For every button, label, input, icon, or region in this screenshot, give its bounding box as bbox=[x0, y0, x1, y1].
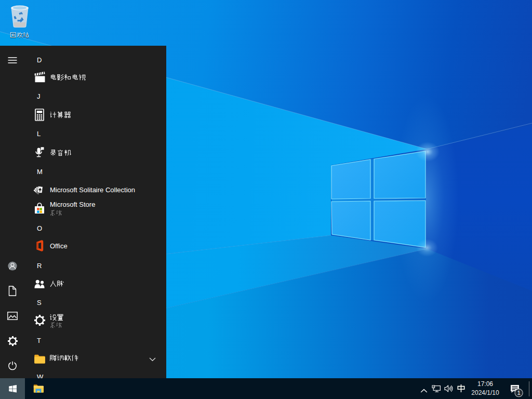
svg-text:1: 1 bbox=[517, 390, 520, 396]
